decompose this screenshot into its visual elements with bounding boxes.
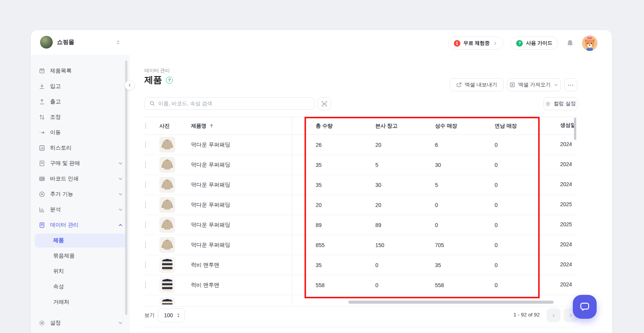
page-size-select[interactable]: 100 (158, 308, 185, 322)
page-title: 제품 (144, 74, 162, 86)
select-all-cell (144, 123, 159, 129)
hq-warehouse-cell: 20 (351, 142, 411, 148)
hq-warehouse-cell: 5 (351, 162, 411, 168)
product-name-cell: 덕다운 푸퍼패딩 (191, 141, 292, 148)
chat-launcher-button[interactable] (573, 295, 597, 319)
row-checkbox[interactable] (145, 262, 146, 269)
select-all-checkbox[interactable] (145, 123, 146, 129)
gear-icon (545, 101, 551, 107)
notifications-button[interactable] (565, 38, 575, 48)
sidebar-sub-item[interactable]: 위치 (31, 264, 130, 279)
row-checkbox[interactable] (145, 222, 146, 229)
created-date-cell: 2025 (530, 221, 577, 229)
table-row[interactable]: 덕다운 푸퍼패딩 855 150 705 0 2024 (144, 235, 577, 255)
plus-icon (38, 191, 45, 198)
column-settings-button[interactable]: 컬럼 설정 (544, 97, 577, 110)
sidebar-item-data[interactable]: 데이터 관리 (31, 217, 130, 233)
excel-import-button[interactable]: 엑셀 가져오기 (507, 78, 561, 91)
sidebar-item-settings[interactable]: 설정 (31, 315, 130, 331)
hq-warehouse-cell: 20 (351, 202, 411, 208)
sidebar-item-move[interactable]: 이동 (31, 125, 130, 140)
row-checkbox[interactable] (145, 161, 146, 168)
user-avatar[interactable] (582, 35, 597, 51)
sidebar-item-trade[interactable]: 구매 및 판매 (31, 156, 130, 171)
table-vertical-scrollbar[interactable] (574, 118, 576, 140)
box-icon (38, 67, 45, 74)
sidebar-item-barcode[interactable]: 바코드 인쇄 (31, 171, 130, 187)
free-trial-button[interactable]: 1 무료 체험중 (448, 37, 504, 50)
seongsu-store-cell: 35 (411, 262, 471, 268)
hq-warehouse-cell: 89 (351, 222, 411, 228)
chevron-down-icon (117, 320, 124, 326)
puffer-product-image (159, 177, 191, 193)
seongsu-store-cell: 30 (411, 162, 471, 168)
col-total-header[interactable]: 총 수량 (292, 123, 351, 130)
col-yeonnam-header[interactable]: 연남 매장 (471, 123, 530, 130)
adjust-icon (38, 114, 45, 121)
excel-export-button[interactable]: 엑셀 내보내기 (450, 78, 503, 91)
help-icon[interactable]: ? (166, 77, 173, 84)
row-checkbox[interactable] (145, 202, 146, 209)
sidebar-scrollbar[interactable] (125, 61, 127, 315)
row-checkbox[interactable] (145, 141, 146, 148)
sidebar-item-stock-out[interactable]: 출고 (31, 94, 130, 109)
table-horizontal-scrollbar[interactable] (348, 301, 554, 304)
prev-page-button[interactable] (547, 308, 560, 322)
table-row[interactable]: 럭비 맨투맨 35 0 35 0 2024 (144, 255, 577, 275)
sidebar-item-chart[interactable]: 분석 (31, 202, 130, 217)
product-name-cell: 덕다운 푸퍼패딩 (191, 202, 292, 209)
table-row[interactable]: 럭비 맨투맨 558 0 558 0 2024 (144, 275, 577, 295)
col-seongsu-header[interactable]: 성수 매장 (411, 123, 471, 130)
product-name-cell: 덕다운 푸퍼패딩 (191, 182, 292, 188)
sidebar-item-history[interactable]: 히스토리 (31, 140, 130, 156)
sidebar-item-stock-in[interactable]: 입고 (31, 79, 130, 94)
sidebar-sub-item[interactable]: 거래처 (31, 294, 130, 310)
yeonnam-store-cell: 0 (471, 142, 530, 148)
yeonnam-store-cell: 0 (471, 282, 530, 288)
rugby-product-image (159, 257, 191, 273)
table-row[interactable]: 덕다운 푸퍼패딩 89 89 0 0 2025 (144, 215, 577, 235)
chevron-up-icon (117, 222, 124, 228)
workspace-selector[interactable]: 쇼핑몰 (40, 36, 74, 49)
puffer-product-image (159, 157, 191, 173)
hq-warehouse-cell: 0 (351, 282, 411, 288)
footer-divider (144, 306, 577, 307)
column-settings-label: 컬럼 설정 (554, 100, 576, 107)
updown-caret-icon[interactable] (116, 40, 120, 45)
table-row[interactable]: 덕다운 푸퍼패딩 35 5 30 0 2024 (144, 155, 577, 175)
row-checkbox[interactable] (145, 282, 146, 289)
sidebar-sub-item-label: 제품 (53, 237, 64, 244)
col-name-header[interactable]: 제품명 (191, 123, 292, 130)
table-row[interactable]: 덕다운 푸퍼패딩 26 20 6 0 2024 (144, 135, 577, 155)
sidebar-item-plus[interactable]: 추가 기능 (31, 187, 130, 202)
table-row[interactable]: 덕다운 푸퍼패딩 35 30 5 0 2024 (144, 175, 577, 195)
col-hq-header[interactable]: 본사 창고 (351, 123, 411, 130)
search-input[interactable] (158, 101, 309, 106)
sidebar-sub-item[interactable]: 제품 (31, 233, 130, 248)
user-guide-button[interactable]: ? 사용 가이드 (510, 37, 558, 50)
yeonnam-store-cell: 0 (471, 242, 530, 248)
more-actions-button[interactable]: ··· (564, 78, 577, 91)
puffer-product-image (159, 217, 191, 233)
row-checkbox[interactable] (145, 242, 146, 249)
created-date-cell: 2024 (530, 181, 577, 188)
chevron-right-icon (493, 41, 498, 46)
total-qty-cell: 35 (292, 182, 351, 188)
sidebar-item-label: 이동 (50, 129, 61, 136)
col-created-header[interactable]: 생성일 (530, 122, 577, 130)
history-icon (38, 145, 45, 151)
product-name-cell: 덕다운 푸퍼패딩 (191, 222, 292, 229)
product-table: 사진제품명총 수량본사 창고성수 매장연남 매장생성일 덕다운 푸퍼패딩 26 … (144, 117, 577, 304)
sidebar-sub-item[interactable]: 속성 (31, 279, 130, 294)
sidebar-sub-item[interactable]: 묶음제품 (31, 248, 130, 264)
sidebar-item-adjust[interactable]: 조정 (31, 109, 130, 125)
chat-bubble-icon (579, 301, 590, 313)
sidebar-collapse-button[interactable] (125, 80, 135, 90)
row-checkbox[interactable] (145, 182, 146, 188)
table-row[interactable]: 덕다운 푸퍼패딩 20 20 0 0 2025 (144, 195, 577, 215)
total-qty-cell: 35 (292, 162, 351, 168)
sidebar-item-box[interactable]: 제품목록 (31, 63, 130, 79)
bottom-divider (144, 327, 577, 327)
created-date-cell: 2024 (530, 141, 577, 148)
barcode-scan-button[interactable] (318, 97, 331, 110)
